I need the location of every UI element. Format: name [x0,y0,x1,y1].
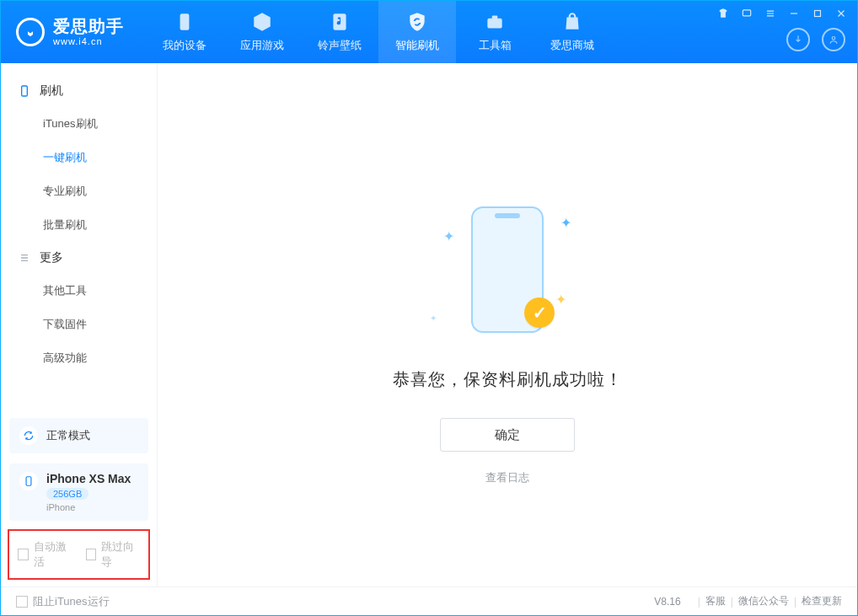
app-window: 爱思助手 www.i4.cn 我的设备 应用游戏 铃声壁纸 智能刷机 [0,0,858,616]
mode-label: 正常模式 [46,428,90,443]
refresh-icon [19,426,38,445]
nav-apps-games[interactable]: 应用游戏 [223,1,301,63]
sidebar-item-batch-flash[interactable]: 批量刷机 [1,208,157,242]
svg-rect-0 [180,13,190,30]
logo-icon [16,18,45,46]
svg-rect-6 [815,11,821,17]
sidebar-item-download-firmware[interactable]: 下载固件 [1,308,157,341]
nav-label: 我的设备 [163,38,206,53]
top-nav: 我的设备 应用游戏 铃声壁纸 智能刷机 工具箱 爱思商城 [146,1,611,63]
group-title: 刷机 [40,83,63,99]
cube-icon [251,11,273,33]
phone-icon [18,84,31,98]
nav-store[interactable]: 爱思商城 [534,1,611,63]
window-controls [717,8,847,19]
app-name: 爱思助手 [53,17,124,36]
device-storage: 256GB [46,488,88,500]
sidebar-item-pro-flash[interactable]: 专业刷机 [1,174,157,208]
ok-button[interactable]: 确定 [440,418,575,452]
nav-label: 爱思商城 [550,38,594,53]
music-file-icon [329,11,351,33]
checkbox-block-itunes[interactable]: 阻止iTunes运行 [16,594,110,609]
nav-smart-flash[interactable]: 智能刷机 [378,1,456,63]
sidebar-item-other-tools[interactable]: 其他工具 [1,274,157,308]
success-message: 恭喜您，保资料刷机成功啦！ [393,368,623,391]
nav-my-device[interactable]: 我的设备 [146,1,223,63]
checkbox-label: 跳过向导 [101,539,140,570]
link-wechat[interactable]: 微信公众号 [738,594,789,608]
title-bar: 爱思助手 www.i4.cn 我的设备 应用游戏 铃声壁纸 智能刷机 [1,1,857,63]
group-title: 更多 [40,250,63,265]
close-button[interactable] [835,8,847,19]
download-button[interactable] [786,28,810,51]
checkbox-label: 阻止iTunes运行 [33,594,110,609]
sidebar-item-oneclick-flash[interactable]: 一键刷机 [1,141,157,174]
main-content: ✦ ✦ ✦ ✦ ✓ 恭喜您，保资料刷机成功啦！ 确定 查看日志 [158,63,857,587]
device-name: iPhone XS Max [46,472,131,485]
nav-ringtone-wallpaper[interactable]: 铃声壁纸 [301,1,378,63]
svg-rect-3 [492,15,498,19]
bag-icon [561,11,583,33]
svg-rect-8 [26,477,31,486]
version-label: V8.16 [654,596,680,608]
device-icon [174,11,196,33]
nav-toolbox[interactable]: 工具箱 [456,1,534,63]
group-more[interactable]: 更多 [1,242,157,274]
minimize-button[interactable] [788,8,800,19]
view-log-link[interactable]: 查看日志 [485,470,529,485]
status-bar: 阻止iTunes运行 V8.16 | 客服 | 微信公众号 | 检查更新 [1,587,857,615]
svg-point-4 [832,37,835,40]
header-right-actions [786,28,845,51]
shield-refresh-icon [406,11,428,33]
link-support[interactable]: 客服 [705,594,726,608]
nav-label: 智能刷机 [395,38,439,53]
check-icon: ✓ [524,297,555,328]
checkbox-auto-activate[interactable]: 自动激活 [18,539,72,570]
device-icon [19,472,38,490]
sidebar-item-advanced[interactable]: 高级功能 [1,341,157,375]
app-logo: 爱思助手 www.i4.cn [16,17,124,47]
svg-rect-5 [743,10,750,16]
nav-label: 应用游戏 [240,38,284,53]
checkbox-label: 自动激活 [34,539,72,570]
success-illustration: ✦ ✦ ✦ ✦ ✓ [448,206,566,333]
device-type: iPhone [46,502,131,512]
sidebar: 刷机 iTunes刷机 一键刷机 专业刷机 批量刷机 更多 其他工具 下载固件 … [1,63,158,587]
list-icon [18,251,31,265]
maximize-button[interactable] [812,8,823,19]
svg-rect-7 [22,86,28,96]
toolbox-icon [484,11,506,33]
device-info-card[interactable]: iPhone XS Max 256GB iPhone [9,463,148,521]
nav-label: 铃声壁纸 [318,38,362,53]
group-flash[interactable]: 刷机 [1,75,157,107]
options-box: 自动激活 跳过向导 [8,529,150,580]
feedback-icon[interactable] [741,8,753,19]
nav-label: 工具箱 [479,38,512,53]
link-check-update[interactable]: 检查更新 [802,594,842,608]
skin-icon[interactable] [717,8,729,19]
app-url: www.i4.cn [53,36,124,47]
svg-rect-2 [487,19,501,29]
menu-icon[interactable] [764,8,776,19]
checkbox-skip-guide[interactable]: 跳过向导 [86,539,141,570]
sidebar-item-itunes-flash[interactable]: iTunes刷机 [1,107,157,141]
device-mode-card[interactable]: 正常模式 [9,418,148,453]
account-button[interactable] [822,28,845,51]
